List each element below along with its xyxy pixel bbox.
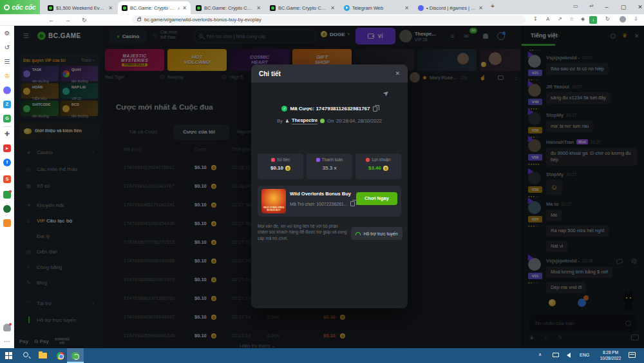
notification-dot [9, 323, 12, 326]
browser-reload-icon[interactable]: ↻ [82, 17, 87, 23]
coccoc-browser-logo[interactable]: cốc cốc [0, 0, 40, 14]
crown-icon[interactable]: ♔ [0, 72, 14, 79]
bcgame-favicon [270, 5, 276, 11]
add-shortcut-icon[interactable]: ✚ [0, 130, 14, 137]
bell-icon[interactable] [3, 324, 11, 331]
zalo-icon[interactable]: Z [3, 101, 11, 108]
copy-icon[interactable] [373, 106, 377, 112]
new-tab-button[interactable]: + [491, 3, 495, 10]
back-to-app-icon[interactable]: ↫ [589, 3, 594, 9]
window-close-button[interactable]: ✕ [632, 0, 644, 14]
share-page-icon[interactable]: ↗ [558, 16, 562, 22]
tab-close-icon[interactable]: ✕ [108, 5, 113, 11]
bcgame-favicon [122, 5, 128, 11]
stat-card-amount: Số tiền $0.10 [258, 153, 303, 179]
modal-title: Chi tiết [259, 70, 281, 77]
youtube-icon[interactable]: ▸ [3, 144, 11, 152]
history-icon[interactable]: ↺ [0, 44, 14, 51]
tab-close-icon[interactable]: ✕ [404, 5, 409, 11]
translate-icon[interactable]: A [546, 16, 549, 22]
copy-icon[interactable] [350, 201, 355, 206]
browser-tab-telegram[interactable]: Telegram Web✕ [340, 1, 413, 14]
headset-icon [355, 232, 361, 235]
profit-icon [366, 158, 370, 162]
windows-taskbar [0, 348, 644, 363]
network-icon[interactable] [553, 353, 559, 357]
window-maximize-button[interactable]: ▢ [616, 0, 631, 14]
reading-list-icon[interactable]: ☰ [0, 58, 14, 65]
coccoc-ring-icon [4, 5, 10, 10]
close-icon[interactable]: ✕ [395, 70, 400, 77]
facebook-icon[interactable]: f [3, 159, 11, 166]
game-title: Wild Overlords Bonus Buy [290, 191, 351, 197]
start-button[interactable] [5, 352, 12, 359]
support-help-text: Mọi vấn đề, xin vui lòng liên hệ với bộ … [258, 223, 348, 241]
coin-icon [383, 166, 388, 171]
bcgame-favicon [48, 5, 53, 11]
tray-chevron-icon[interactable]: ∧ [538, 352, 542, 357]
gift-app-icon[interactable] [3, 191, 11, 199]
stat-card-profit: Lợi nhuận $3.46 [355, 153, 401, 179]
games-icon[interactable]: G [3, 115, 11, 123]
tab-close-icon[interactable]: ✕ [478, 5, 483, 11]
save-page-icon[interactable]: ↧ [533, 16, 538, 22]
language-indicator[interactable]: ENG [580, 353, 589, 357]
discord-favicon [418, 5, 424, 11]
shopee-icon[interactable]: S [3, 175, 11, 183]
reading-mode-icon[interactable]: ▭ [573, 3, 578, 9]
window-minimize-button[interactable]: – [599, 0, 614, 14]
tab-close-icon[interactable]: ✕ [330, 5, 335, 11]
notification-dot [9, 190, 12, 193]
browser-tab-3[interactable]: BC.Game: Crypto Casino Gan✕ [192, 1, 265, 14]
amount-icon [271, 158, 275, 162]
verified-icon: ✓ [281, 106, 287, 112]
tab-close-icon[interactable]: ✕ [256, 5, 261, 11]
game-thumbnail[interactable]: WILD OVERLORDS BONUS BUY [261, 189, 286, 213]
downloads-tray-icon[interactable]: ⇩ [634, 16, 638, 22]
coin-icon [285, 166, 290, 171]
tab-close-icon[interactable]: ✕ [182, 5, 187, 11]
file-explorer-icon[interactable] [39, 353, 47, 358]
divider [3, 126, 12, 127]
player-name[interactable]: Thespectre [292, 117, 317, 124]
payout-icon [316, 158, 320, 162]
browser-back-icon[interactable]: ← [48, 17, 54, 23]
cart-icon[interactable] [3, 219, 11, 227]
chrome-icon[interactable] [57, 352, 64, 360]
action-center-icon[interactable] [629, 352, 636, 358]
browser-tab-4[interactable]: BC.Game: Crypto Casino Gan✕ [266, 1, 339, 14]
taskbar-clock[interactable]: 8:28 PM10/28/2022 [592, 350, 629, 361]
player-icon: ♟ [285, 119, 289, 124]
adblock-shield-icon[interactable]: ◈ [581, 16, 585, 22]
bet-id-row: ✓ Mã Cược: 1747938112632981767 [251, 106, 408, 112]
browser-tab-discord[interactable]: • Discord | #games | BC G✕ [414, 1, 487, 14]
stat-card-payout: Thanh toán 35.3 x [307, 153, 352, 179]
game-info-card: WILD OVERLORDS BONUS BUY Wild Overlords … [258, 186, 401, 217]
live-support-button[interactable]: Hỗ trợ trực tuyến [351, 227, 402, 240]
url-field[interactable]: bc.game/vi/game/wild-overlords-bonus-buy… [132, 15, 526, 24]
browser-forward-icon[interactable]: → [65, 17, 71, 23]
modal-header: Chi tiết ✕ [251, 64, 408, 83]
play-now-button[interactable]: Chơi Ngay [356, 192, 397, 205]
more-options-icon[interactable]: ⋯ [0, 338, 14, 345]
browser-tab-1[interactable]: $1,500 Weekend Evoplay Mu✕ [44, 1, 117, 14]
browser-tab-2-active[interactable]: BC.Game: Crypto Casino♪✕ [118, 1, 191, 14]
telegram-favicon [344, 5, 350, 11]
settings-gear-icon[interactable]: ⚙ [0, 30, 14, 37]
coccoc-taskbar-icon[interactable] [71, 352, 79, 360]
bet-author-row: By ♟ Thespectre On 20:28:04, 28/10/2022 [251, 117, 408, 124]
browser-profile-avatar[interactable] [620, 16, 626, 23]
speaker-icon[interactable] [567, 353, 571, 358]
tab-audio-icon[interactable]: ♪ [178, 6, 180, 10]
sync-icon[interactable]: ↻ [605, 16, 610, 22]
frog-emoji [320, 119, 325, 123]
bookmark-star-icon[interactable]: ☆ [569, 16, 574, 22]
bcgame-favicon [196, 5, 202, 11]
promo-app-icon[interactable] [3, 205, 11, 213]
taskbar-search-icon[interactable] [23, 352, 28, 357]
lock-icon [137, 18, 141, 21]
download-extension-icon[interactable]: ↓ [589, 16, 597, 24]
messenger-icon[interactable] [3, 86, 11, 94]
